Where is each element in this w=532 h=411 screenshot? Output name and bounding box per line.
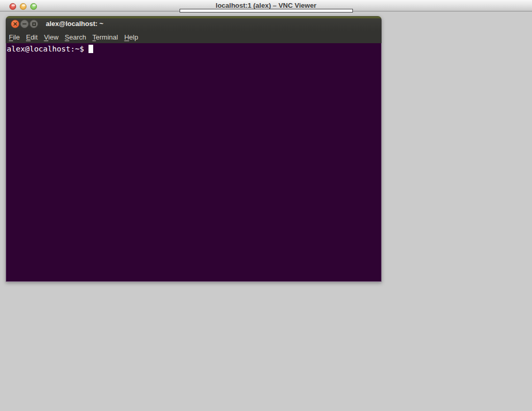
- terminal-prompt: alex@localhost:~$: [7, 45, 84, 53]
- terminal-prompt-line: alex@localhost:~$: [7, 44, 381, 54]
- terminal-screen[interactable]: alex@localhost:~$: [6, 43, 382, 282]
- terminal-cursor: [88, 45, 93, 53]
- menu-item-view[interactable]: View: [41, 31, 61, 43]
- maximize-icon: [32, 22, 36, 26]
- terminal-minimize-button[interactable]: [20, 20, 29, 28]
- terminal-window: ✕ alex@localhost: ~ FileEditViewSearchTe…: [6, 16, 382, 282]
- menu-item-search[interactable]: Search: [61, 31, 89, 43]
- menu-item-edit[interactable]: Edit: [23, 31, 41, 43]
- terminal-titlebar[interactable]: ✕ alex@localhost: ~: [6, 16, 382, 31]
- macos-minimize-button[interactable]: [20, 3, 27, 10]
- macos-zoom-button[interactable]: [30, 3, 37, 10]
- menu-item-help[interactable]: Help: [121, 31, 142, 43]
- menu-item-file[interactable]: File: [6, 31, 23, 43]
- menu-bar: FileEditViewSearchTerminalHelp: [6, 31, 382, 43]
- macos-traffic-lights: [9, 3, 37, 10]
- vnc-toolbar-strip: [180, 9, 353, 12]
- terminal-maximize-button[interactable]: [30, 20, 38, 28]
- menu-item-terminal[interactable]: Terminal: [90, 31, 121, 43]
- minimize-icon: [22, 23, 27, 24]
- terminal-window-controls: ✕: [11, 20, 38, 28]
- terminal-close-button[interactable]: ✕: [11, 20, 19, 28]
- macos-close-button[interactable]: [9, 3, 16, 10]
- terminal-window-title: alex@localhost: ~: [46, 16, 104, 31]
